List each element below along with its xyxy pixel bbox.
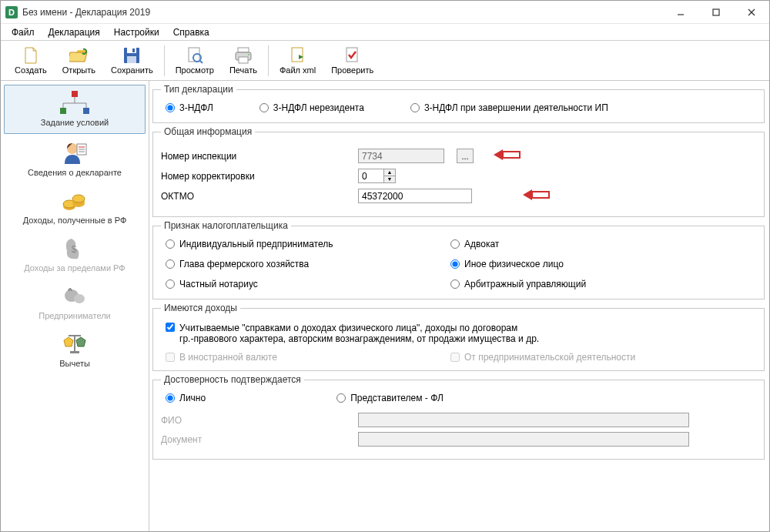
hint-arrow-icon xyxy=(492,148,526,164)
toolbar-open-label: Открыть xyxy=(62,65,95,75)
radio-3ndfl-nr-input[interactable] xyxy=(259,103,269,112)
check-foreign-input xyxy=(166,353,175,362)
radio-repr-input[interactable] xyxy=(336,393,346,403)
check-foreign-label: В иностранной валюте xyxy=(179,352,277,363)
radio-ip-input[interactable] xyxy=(166,239,175,249)
radio-ip[interactable]: Индивидуальный предприниматель xyxy=(166,239,450,249)
legend-general: Общая информация xyxy=(161,126,255,137)
sidebar-item-income-abroad[interactable]: $ Доходы за пределами РФ xyxy=(1,231,149,279)
open-folder-icon xyxy=(69,47,88,64)
radio-lawyer-input[interactable] xyxy=(450,239,460,249)
toolbar-preview-label: Просмотр xyxy=(176,65,214,75)
toolbar-separator xyxy=(268,45,269,76)
input-correction[interactable] xyxy=(358,169,384,183)
svg-point-36 xyxy=(74,294,85,303)
check-income-main-line2: гр.-правового характера, авторским возна… xyxy=(179,333,539,344)
svg-rect-11 xyxy=(238,48,249,52)
radio-person-input[interactable] xyxy=(450,259,460,269)
radio-person[interactable]: Иное физическое лицо xyxy=(450,259,756,269)
check-income-main-line1: Учитываемые "справками о доходах физичес… xyxy=(179,323,539,333)
file-xml-icon xyxy=(289,47,307,64)
toolbar-save[interactable]: Сохранить xyxy=(103,45,161,76)
toolbar-preview[interactable]: Просмотр xyxy=(168,45,222,76)
toolbar-create[interactable]: Создать xyxy=(7,45,55,76)
legend-decl-type: Тип декларации xyxy=(161,84,236,95)
radio-notary-input[interactable] xyxy=(166,279,175,289)
check-income-main[interactable] xyxy=(166,323,175,332)
svg-rect-15 xyxy=(292,48,303,62)
sidebar-item-conditions[interactable]: Задание условий xyxy=(4,85,146,134)
radio-arbitr-label: Арбитражный управляющий xyxy=(464,279,586,289)
svg-rect-7 xyxy=(132,49,135,52)
maximize-button[interactable] xyxy=(698,1,734,23)
radio-notary[interactable]: Частный нотариус xyxy=(166,279,450,289)
fieldset-trust: Достоверность подтверждается Лично Предс… xyxy=(152,374,765,460)
sidebar-item-deductions[interactable]: Вычеты xyxy=(1,326,149,374)
toolbar-save-label: Сохранить xyxy=(111,65,153,75)
check-business-label: От предпринимательской деятельности xyxy=(464,352,635,363)
radio-arbitr-input[interactable] xyxy=(450,279,460,289)
label-doc: Документ xyxy=(161,434,350,445)
minimize-button[interactable] xyxy=(663,1,698,23)
spinner-up[interactable]: ▲ xyxy=(384,169,395,176)
radio-3ndfl-label: 3-НДФЛ xyxy=(179,102,213,113)
sidebar-item-entrepreneurs[interactable]: Предприниматели xyxy=(1,279,149,326)
input-inspection xyxy=(358,149,444,163)
radio-3ndfl-ip[interactable]: 3-НДФЛ при завершении деятельности ИП xyxy=(410,102,608,113)
radio-3ndfl-input[interactable] xyxy=(166,103,175,112)
input-doc xyxy=(358,432,689,447)
svg-point-33 xyxy=(72,195,85,202)
radio-3ndfl-ip-input[interactable] xyxy=(410,103,420,112)
preview-icon xyxy=(186,47,204,64)
toolbar-filexml-label: Файл xml xyxy=(280,65,316,75)
radio-repr[interactable]: Представителем - ФЛ xyxy=(336,393,444,403)
spinner-down[interactable]: ▼ xyxy=(384,176,395,182)
svg-line-10 xyxy=(200,61,203,63)
button-browse-inspection[interactable]: ... xyxy=(457,149,474,163)
toolbar: Создать Открыть Сохранить Просмотр Печа xyxy=(1,41,769,81)
radio-person-label: Иное физическое лицо xyxy=(464,259,564,269)
check-foreign[interactable]: В иностранной валюте xyxy=(166,352,450,363)
close-button[interactable] xyxy=(734,1,769,23)
radio-arbitr[interactable]: Арбитражный управляющий xyxy=(450,279,756,289)
check-business-input xyxy=(450,353,460,362)
fieldset-taxpayer: Признак налогоплательщика Индивидуальный… xyxy=(152,220,765,299)
deductions-icon xyxy=(59,331,90,357)
svg-rect-16 xyxy=(346,48,357,62)
radio-notary-label: Частный нотариус xyxy=(179,279,258,289)
check-icon xyxy=(343,47,362,64)
radio-3ndfl-nonresident[interactable]: 3-НДФЛ нерезидента xyxy=(259,102,364,113)
toolbar-open[interactable]: Открыть xyxy=(55,45,103,76)
sidebar-conditions-label: Задание условий xyxy=(41,118,109,127)
menu-settings[interactable]: Настройки xyxy=(108,25,166,39)
menu-declaration[interactable]: Декларация xyxy=(42,25,106,39)
menu-file[interactable]: Файл xyxy=(5,25,41,39)
radio-3ndfl[interactable]: 3-НДФЛ xyxy=(166,102,213,113)
new-file-icon xyxy=(22,47,40,64)
svg-rect-39 xyxy=(70,351,79,353)
radio-3ndfl-nr-label: 3-НДФЛ нерезидента xyxy=(273,102,364,113)
toolbar-check[interactable]: Проверить xyxy=(323,45,381,76)
svg-rect-6 xyxy=(127,56,136,63)
sidebar-income-abroad-label: Доходы за пределами РФ xyxy=(24,263,125,273)
input-oktmo[interactable] xyxy=(358,189,472,203)
radio-self[interactable]: Лично xyxy=(166,393,206,403)
menu-help[interactable]: Справка xyxy=(167,25,216,39)
radio-farmer[interactable]: Глава фермерского хозяйства xyxy=(166,259,450,269)
svg-rect-17 xyxy=(72,91,78,97)
toolbar-filexml[interactable]: Файл xml xyxy=(272,45,323,76)
toolbar-print-label: Печать xyxy=(229,65,257,75)
radio-self-input[interactable] xyxy=(166,393,175,403)
radio-farmer-input[interactable] xyxy=(166,259,175,269)
radio-lawyer[interactable]: Адвокат xyxy=(450,239,756,249)
entrepreneurs-icon xyxy=(62,283,87,309)
label-correction: Номер корректировки xyxy=(161,171,350,182)
save-icon xyxy=(122,47,141,64)
sidebar-item-declarant[interactable]: Сведения о декларанте xyxy=(1,136,149,183)
svg-rect-41 xyxy=(532,192,549,198)
declarant-icon xyxy=(62,140,88,166)
sidebar-item-income-rf[interactable]: Доходы, полученные в РФ xyxy=(1,183,149,231)
check-business[interactable]: От предпринимательской деятельности xyxy=(450,352,756,363)
toolbar-print[interactable]: Печать xyxy=(222,45,265,76)
titlebar: D Без имени - Декларация 2019 xyxy=(1,1,769,24)
